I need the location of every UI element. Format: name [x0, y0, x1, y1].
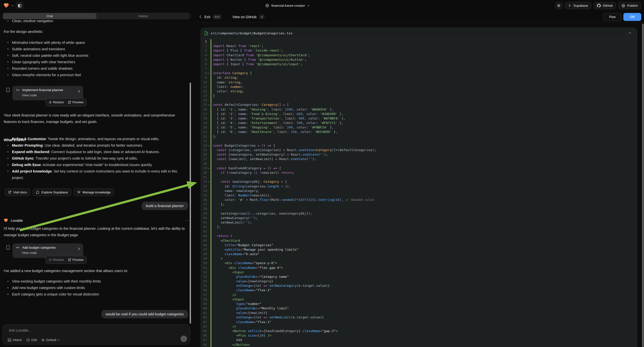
edit-button[interactable]: Edit — [26, 338, 37, 342]
restore-button[interactable]: ↺Restore — [49, 100, 64, 104]
explore-supabase-button[interactable]: Explore Supabase — [33, 188, 71, 196]
fold-marker[interactable] — [207, 261, 210, 265]
view-on-github-button[interactable]: View on GitHub — [232, 15, 256, 19]
fold-marker[interactable] — [207, 189, 210, 193]
manage-knowledge-button[interactable]: Manage knowledge — [74, 188, 114, 196]
fold-marker[interactable] — [207, 152, 210, 157]
diff-button[interactable]: Diff — [623, 13, 641, 21]
fold-marker[interactable] — [207, 157, 210, 161]
fold-marker[interactable] — [207, 256, 210, 261]
visit-docs-button[interactable]: Visit docs — [5, 188, 30, 196]
fold-marker[interactable] — [207, 170, 210, 175]
view-code-link[interactable]: View code — [22, 251, 80, 255]
fold-marker[interactable] — [207, 333, 210, 338]
github-button[interactable]: GitHub — [594, 2, 616, 9]
chevron-down-icon[interactable] — [12, 5, 14, 6]
fold-marker[interactable] — [207, 315, 210, 320]
fold-marker[interactable] — [207, 134, 210, 139]
fold-marker[interactable] — [207, 243, 210, 248]
fold-marker[interactable] — [207, 180, 210, 184]
collapse-button[interactable] — [626, 29, 634, 37]
exit-button[interactable]: Exit — [204, 15, 210, 19]
fold-marker[interactable] — [207, 202, 210, 206]
fold-marker[interactable] — [207, 252, 210, 256]
bookmark-icon[interactable] — [6, 245, 10, 250]
fold-marker[interactable] — [207, 306, 210, 311]
fold-marker[interactable] — [207, 234, 210, 238]
mode-selector[interactable]: Default — [41, 338, 60, 342]
fold-marker[interactable] — [207, 270, 210, 274]
fold-marker[interactable] — [207, 62, 210, 66]
fold-marker[interactable] — [207, 184, 210, 189]
chevron-left-icon[interactable] — [200, 15, 202, 18]
fold-marker[interactable] — [207, 338, 210, 342]
sidebar-toggle-button[interactable] — [16, 2, 23, 9]
fold-marker[interactable] — [207, 266, 210, 270]
fold-marker[interactable] — [207, 293, 210, 297]
more-menu-icon[interactable]: ⋯ — [185, 218, 189, 223]
chat-scrollbar[interactable] — [190, 83, 191, 324]
fold-marker[interactable] — [207, 324, 210, 329]
fold-marker[interactable] — [207, 274, 210, 279]
fold-marker[interactable] — [207, 71, 210, 76]
fold-marker[interactable] — [207, 320, 210, 324]
attach-button[interactable]: Attach — [8, 338, 22, 342]
fold-marker[interactable] — [207, 39, 210, 44]
fold-marker[interactable] — [207, 198, 210, 202]
fold-marker[interactable] — [207, 112, 210, 116]
supabase-button[interactable]: Supabase — [565, 2, 591, 9]
publish-button[interactable]: Publish — [618, 2, 641, 9]
fold-marker[interactable] — [207, 125, 210, 130]
fold-marker[interactable] — [207, 85, 210, 89]
fold-marker[interactable] — [207, 139, 210, 144]
fold-marker[interactable] — [207, 162, 210, 166]
fold-marker[interactable] — [207, 53, 210, 58]
fold-marker[interactable] — [207, 229, 210, 234]
preview-button[interactable]: Preview — [68, 258, 84, 262]
project-menu[interactable]: financial-future-creator — [265, 0, 310, 11]
raw-button[interactable]: Raw — [604, 13, 621, 21]
fold-marker[interactable] — [207, 311, 210, 315]
fold-marker[interactable] — [207, 238, 210, 243]
fold-marker[interactable] — [207, 166, 210, 170]
lovable-logo-icon[interactable] — [4, 3, 9, 8]
restore-button[interactable]: ↺Restore — [49, 258, 64, 262]
preview-button[interactable]: Preview — [68, 100, 84, 104]
fold-marker[interactable] — [207, 94, 210, 98]
fold-marker[interactable] — [207, 302, 210, 306]
fold-marker[interactable] — [207, 248, 210, 252]
fold-marker[interactable] — [207, 225, 210, 229]
fold-marker[interactable] — [207, 58, 210, 62]
fold-marker[interactable] — [207, 284, 210, 288]
file-path-bar[interactable]: src/components/budget/BudgetCategories.t… — [201, 28, 637, 38]
send-button[interactable]: ↑ — [180, 336, 187, 342]
fold-marker[interactable] — [207, 342, 210, 347]
fold-marker[interactable] — [207, 80, 210, 85]
fold-marker[interactable] — [207, 279, 210, 284]
fold-marker[interactable] — [207, 148, 210, 152]
chat-input[interactable] — [8, 328, 168, 332]
settings-button[interactable]: ⚙ — [555, 2, 562, 9]
fold-marker[interactable] — [207, 121, 210, 125]
fold-marker[interactable] — [207, 130, 210, 134]
bookmark-icon[interactable] — [6, 88, 10, 92]
fold-marker[interactable] — [207, 66, 210, 71]
fold-marker[interactable] — [207, 144, 210, 148]
fold-marker[interactable] — [207, 44, 210, 48]
window-scrollbar[interactable] — [642, 24, 644, 347]
view-code-link[interactable]: View code — [22, 93, 80, 97]
fold-marker[interactable] — [207, 98, 210, 102]
fold-marker[interactable] — [207, 297, 210, 302]
fold-marker[interactable] — [207, 175, 210, 180]
fold-marker[interactable] — [207, 193, 210, 198]
fold-marker[interactable] — [207, 107, 210, 112]
fold-marker[interactable] — [207, 220, 210, 225]
fold-marker[interactable] — [207, 102, 210, 107]
fold-marker[interactable] — [207, 116, 210, 121]
fold-marker[interactable] — [207, 48, 210, 53]
fold-marker[interactable] — [207, 288, 210, 292]
fold-marker[interactable] — [207, 76, 210, 80]
fold-marker[interactable] — [207, 329, 210, 333]
fold-marker[interactable] — [207, 206, 210, 211]
fold-marker[interactable] — [207, 216, 210, 220]
